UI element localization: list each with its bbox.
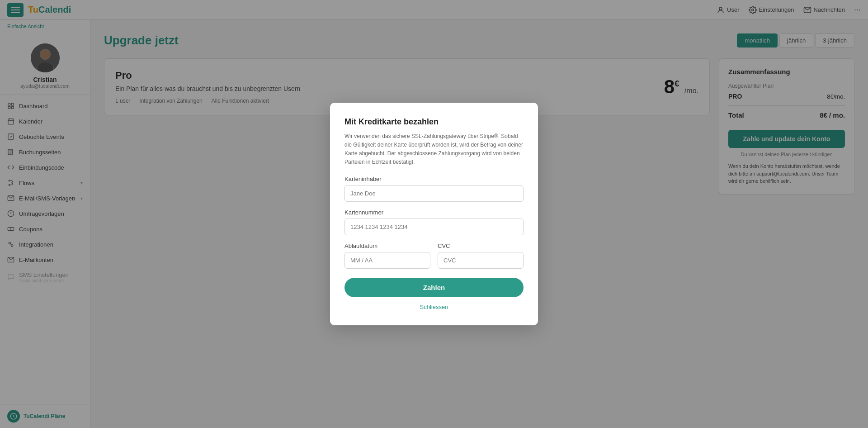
expiry-input[interactable] — [344, 252, 430, 269]
cardholder-input[interactable] — [344, 185, 524, 202]
expiry-cvc-row: Ablaufdatum CVC — [344, 243, 524, 276]
cardnumber-input[interactable] — [344, 219, 524, 235]
modal-close-link[interactable]: Schliessen — [420, 304, 448, 310]
cardnumber-label: Kartennummer — [344, 209, 524, 216]
cardnumber-group: Kartennummer — [344, 209, 524, 235]
cvc-input[interactable] — [438, 252, 524, 269]
modal-title: Mit Kreditkarte bezahlen — [344, 117, 524, 127]
cardholder-group: Karteninhaber — [344, 176, 524, 202]
modal-overlay[interactable]: Mit Kreditkarte bezahlen Wir verwenden d… — [0, 0, 868, 428]
cardholder-label: Karteninhaber — [344, 176, 524, 182]
expiry-label: Ablaufdatum — [344, 243, 430, 249]
expiry-group: Ablaufdatum — [344, 243, 430, 269]
modal-pay-button[interactable]: Zahlen — [344, 278, 524, 297]
cvc-group: CVC — [438, 243, 524, 269]
cvc-label: CVC — [438, 243, 524, 249]
modal-close-area: Schliessen — [344, 303, 524, 311]
modal-description: Wir verwenden das sichere SSL-Zahlungsga… — [344, 132, 524, 167]
payment-modal: Mit Kreditkarte bezahlen Wir verwenden d… — [330, 103, 538, 326]
